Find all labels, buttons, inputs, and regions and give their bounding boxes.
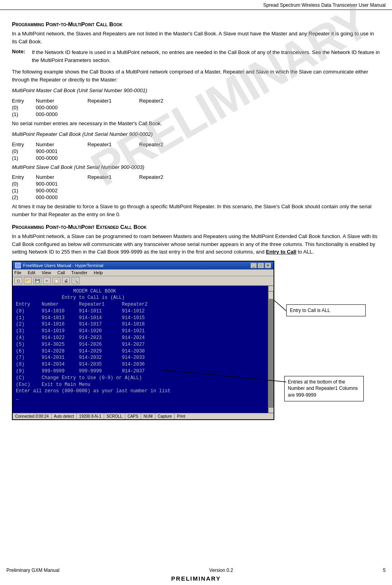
- terminal-statusbar: Connected 0:00:24 Auto detect 19200 8-N-…: [13, 413, 274, 419]
- menu-file[interactable]: File: [14, 270, 21, 275]
- term-line-8: (5) 914-3025 914-2026 914-2027: [16, 341, 266, 348]
- status-print: Print: [175, 413, 188, 419]
- repeater-row-1: (1) 000-0000: [12, 155, 380, 161]
- term-line-11: (8) 914-2034 914-2035 914-2036: [16, 361, 266, 368]
- status-caps: CAPS: [125, 413, 141, 419]
- terminal-window[interactable]: FreeWave Users Manual - HyperTerminal _ …: [12, 261, 274, 420]
- terminal-title: FreeWave Users Manual - HyperTerminal: [23, 263, 103, 268]
- terminal-toolbar: □ 📂 💾 ✂ 📋 🖨 🔍: [13, 276, 274, 286]
- note-label: Note:: [12, 48, 32, 64]
- menu-view[interactable]: View: [42, 270, 51, 275]
- page-footer: Preliminary GXM Manual Version 0.2 5: [6, 568, 386, 573]
- status-autodetect: Auto detect: [52, 413, 77, 419]
- repeater-row-0: (0) 900-0001: [12, 148, 380, 154]
- toolbar-btn-6[interactable]: 🖨: [62, 277, 70, 284]
- terminal-titlebar: FreeWave Users Manual - HyperTerminal _ …: [13, 262, 274, 269]
- slave-title: MultiPoint Slave Call Book (Unit Serial …: [12, 163, 380, 171]
- maximize-button[interactable]: □: [258, 263, 264, 268]
- note-block: Note: If the Network ID feature is used …: [12, 48, 380, 64]
- menu-transfer[interactable]: Transfer: [71, 270, 87, 275]
- toolbar-btn-7[interactable]: 🔍: [72, 277, 80, 284]
- term-line-2: Entry Number Repeater1 Repeater2: [16, 301, 266, 308]
- term-line-7: (4) 914-1022 914-2023 914-2024: [16, 335, 266, 341]
- term-line-4: (1) 914-1013 914-1014 914-1015: [16, 315, 266, 322]
- scroll-thumb[interactable]: [268, 291, 274, 299]
- term-line-0: MODEM CALL BOOK: [16, 288, 266, 295]
- master-header-row: Entry Number Repeater1 Repeater2: [12, 98, 380, 104]
- scroll-track: [268, 291, 274, 407]
- section1-para1: In a MultiPoint network, the Slaves and …: [12, 30, 380, 45]
- master-row-0: (0) 000-0000: [12, 105, 380, 110]
- toolbar-btn-2[interactable]: 📂: [24, 277, 32, 284]
- scroll-down-arrow[interactable]: ▼: [268, 407, 274, 413]
- col-rep1-label: Repeater1: [87, 98, 139, 104]
- master-note: No serial number entries are necessary i…: [12, 120, 380, 128]
- term-line-10: (7) 914-2031 914-2032 914-2033: [16, 354, 266, 361]
- status-capture: Capture: [155, 413, 175, 419]
- section2-para1: In a MultiPoint network, a Slave can be …: [12, 232, 380, 256]
- repeater-title: MultiPoint Repeater Call Book (Unit Seri…: [12, 130, 380, 138]
- toolbar-btn-3[interactable]: 💾: [33, 277, 41, 284]
- status-scroll: SCROLL: [104, 413, 125, 419]
- term-line-6: (3) 914-1019 914-1020 914-1021: [16, 328, 266, 335]
- slave-row-1: (1) 900-0002: [12, 188, 380, 194]
- master-table: Entry Number Repeater1 Repeater2 (0) 000…: [12, 98, 380, 117]
- term-line-5: (2) 914-1016 914-1017 914-1018: [16, 321, 266, 328]
- master-title: MultiPoint Master Call Book (Unit Serial…: [12, 87, 380, 95]
- section2-heading: Programming Point-to-MultiPoint Extended…: [12, 224, 380, 230]
- bottom-preliminary: PRELIMINARY: [0, 575, 392, 582]
- terminal-body-inner: MODEM CALL BOOK Entry to Call is (ALL) E…: [16, 288, 266, 402]
- footer-right: 5: [383, 568, 386, 573]
- close-button[interactable]: ✕: [265, 263, 271, 268]
- slave-row-0: (0) 900-0001: [12, 181, 380, 187]
- page-header: Spread Spectrum Wireless Data Transceive…: [0, 0, 392, 10]
- repeater-header-row: Entry Number Repeater1 Repeater2: [12, 141, 380, 147]
- term-line-15: Enter all zeros (000-0000) as your last …: [16, 388, 266, 395]
- term-line-12: (9) 999-9999 999-9999 914-2037: [16, 368, 266, 375]
- terminal-body: MODEM CALL BOOK Entry to Call is (ALL) E…: [13, 286, 274, 413]
- term-line-14: (Esc) Exit to Main Menu: [16, 382, 266, 388]
- term-line-1: Entry to Call is (ALL): [16, 294, 266, 301]
- term-line-3: (0) 914-1010 914-1011 914-1012: [16, 308, 266, 315]
- menu-help[interactable]: Help: [94, 270, 103, 275]
- toolbar-btn-5[interactable]: 📋: [52, 277, 60, 284]
- repeater-table: Entry Number Repeater1 Repeater2 (0) 900…: [12, 141, 380, 161]
- term-line-13: (C) Change Entry to Use (0-9) or A(ALL): [16, 375, 266, 382]
- status-connected: Connected 0:00:24: [13, 413, 52, 419]
- menu-call[interactable]: Call: [57, 270, 65, 275]
- vertical-scrollbar[interactable]: ▲ ▼: [268, 286, 274, 413]
- callout2: Entries at the bottom of the Number and …: [284, 376, 364, 401]
- slave-row-2: (2) 000-0000: [12, 194, 380, 200]
- footer-center: Version 0.2: [209, 568, 233, 573]
- header-title: Spread Spectrum Wireless Data Transceive…: [263, 2, 386, 8]
- slave-header-row: Entry Number Repeater1 Repeater2: [12, 174, 380, 180]
- section1-para2: The following example shows the Call Boo…: [12, 68, 380, 83]
- col-rep2-label: Repeater2: [139, 98, 191, 104]
- callout1: Entry to Call is ALL: [286, 304, 366, 317]
- master-row-1: (1) 000-0000: [12, 111, 380, 117]
- slave-table: Entry Number Repeater1 Repeater2 (0) 900…: [12, 174, 380, 200]
- terminal-menubar: File Edit View Call Transfer Help: [13, 269, 274, 276]
- scroll-up-arrow[interactable]: ▲: [268, 286, 274, 291]
- terminal-icon: [15, 263, 21, 268]
- footer-left: Preliminary GXM Manual: [6, 568, 59, 573]
- note-text: If the Network ID feature is used in a M…: [32, 48, 380, 64]
- section1-heading: Programming Point-to-MultiPoint Call Boo…: [12, 21, 380, 27]
- term-line-16: _: [16, 395, 266, 401]
- entry-to-call-bold: Entry to Call: [266, 249, 297, 255]
- menu-edit[interactable]: Edit: [28, 270, 35, 275]
- minimize-button[interactable]: _: [250, 263, 257, 268]
- toolbar-btn-1[interactable]: □: [14, 277, 22, 284]
- toolbar-btn-4[interactable]: ✂: [43, 277, 51, 284]
- term-line-9: (6) 914-2028 914-2029 914-2030: [16, 348, 266, 355]
- section1-para3: At times it may be desirable to force a …: [12, 203, 380, 218]
- terminal-container: FreeWave Users Manual - HyperTerminal _ …: [12, 261, 392, 420]
- status-baudrate: 19200 8-N-1: [77, 413, 104, 419]
- col-number-label: Number: [36, 98, 87, 104]
- main-content: Programming Point-to-MultiPoint Call Boo…: [0, 10, 392, 448]
- terminal-controls[interactable]: _ □ ✕: [250, 263, 271, 268]
- status-num: NUM: [141, 413, 155, 419]
- col-entry-label: Entry: [12, 98, 36, 104]
